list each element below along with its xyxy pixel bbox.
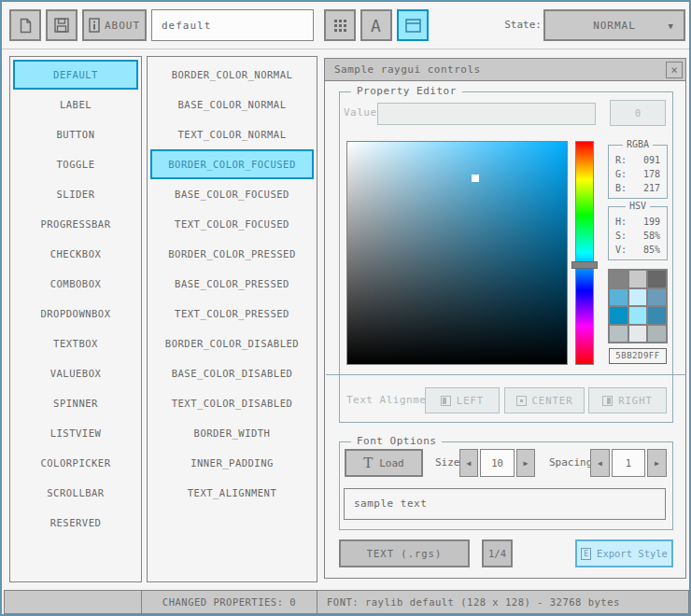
list-item-valuebox[interactable]: VALUEBOX (13, 358, 138, 388)
hue-bar[interactable] (575, 141, 594, 365)
size-value[interactable]: 10 (480, 449, 515, 477)
list-item-colorpicker[interactable]: COLORPICKER (13, 448, 138, 478)
palette-swatch-2-0[interactable] (610, 307, 628, 324)
palette-swatch-3-0[interactable] (610, 326, 628, 343)
align-left-icon (441, 396, 451, 406)
format-pager-button[interactable]: 1/4 (482, 539, 513, 567)
list-item-text_alignment[interactable]: TEXT_ALIGNMENT (150, 478, 314, 508)
value-input[interactable] (377, 103, 596, 125)
arrow-right-icon: ▶ (524, 459, 529, 468)
list-item-text_color_pressed[interactable]: TEXT_COLOR_PRESSED (150, 299, 314, 329)
list-item-text_color_disabled[interactable]: TEXT_COLOR_DISABLED (150, 388, 314, 418)
list-item-combobox[interactable]: COMBOBOX (13, 269, 138, 299)
list-item-listview[interactable]: LISTVIEW (13, 418, 138, 448)
new-style-button[interactable] (9, 9, 41, 41)
palette-swatch-0-1[interactable] (629, 271, 647, 287)
grid-view-toggle[interactable] (324, 9, 356, 41)
window-panel-icon (405, 19, 421, 33)
list-item-spinner[interactable]: SPINNER (13, 388, 138, 418)
color-saturation-value-panel[interactable] (346, 141, 568, 365)
align-right-button[interactable]: RIGHT (588, 387, 667, 413)
list-item-button[interactable]: BUTTON (13, 119, 138, 149)
about-button[interactable]: ABOUT (82, 9, 147, 41)
sample-text-input[interactable]: sample text (344, 488, 666, 520)
list-item-base_color_normal[interactable]: BASE_COLOR_NORMAL (150, 90, 314, 119)
rgba-b-row: B:217 (609, 181, 667, 195)
list-item-toggle[interactable]: TOGGLE (13, 149, 138, 179)
list-item-border_color_normal[interactable]: BORDER_COLOR_NORMAL (150, 60, 314, 90)
palette-swatch-2-1[interactable] (629, 307, 647, 324)
list-item-text_color_focused[interactable]: TEXT_COLOR_FOCUSED (150, 209, 314, 239)
font-options-group-label: Font Options (351, 435, 442, 447)
palette-swatch-1-0[interactable] (610, 289, 628, 306)
palette-swatch-3-1[interactable] (629, 326, 647, 343)
list-item-text_color_normal[interactable]: TEXT_COLOR_NORMAL (150, 119, 314, 149)
spacing-increase-button[interactable]: ▶ (647, 449, 667, 477)
r-value: 091 (643, 153, 660, 167)
align-left-button[interactable]: LEFT (425, 387, 500, 413)
save-style-button[interactable] (46, 9, 78, 41)
list-item-border_width[interactable]: BORDER_WIDTH (150, 418, 314, 448)
palette-swatch-1-2[interactable] (648, 289, 666, 306)
hue-slider-handle[interactable] (571, 261, 598, 269)
rgba-g-row: G:178 (609, 167, 667, 181)
rguistyler-window: ABOUT A State: NORMAL ▼ DEFAULTLABELBUTT… (0, 0, 691, 616)
list-item-progressbar[interactable]: PROGRESSBAR (13, 209, 138, 239)
size-decrease-button[interactable]: ◀ (459, 449, 478, 477)
list-item-base_color_disabled[interactable]: BASE_COLOR_DISABLED (150, 358, 314, 388)
controls-view-toggle[interactable] (397, 9, 429, 41)
chevron-down-icon: ▼ (669, 21, 674, 31)
list-item-border_color_pressed[interactable]: BORDER_COLOR_PRESSED (150, 239, 314, 269)
value-apply-button[interactable]: 0 (610, 100, 666, 126)
palette-swatch-3-2[interactable] (648, 326, 666, 343)
list-item-reserved[interactable]: RESERVED (13, 508, 138, 538)
color-selector-marker[interactable] (472, 175, 479, 182)
properties-list: BORDER_COLOR_NORMALBASE_COLOR_NORMALTEXT… (147, 56, 317, 582)
font-view-toggle[interactable]: A (360, 9, 392, 41)
hsv-h-row: H:199 (609, 215, 667, 229)
save-icon (54, 18, 69, 33)
list-item-base_color_focused[interactable]: BASE_COLOR_FOCUSED (150, 179, 314, 209)
status-cell-empty (4, 590, 142, 614)
list-item-scrollbar[interactable]: SCROLLBAR (13, 478, 138, 508)
controls-list: DEFAULTLABELBUTTONTOGGLESLIDERPROGRESSBA… (9, 56, 142, 582)
style-name-input[interactable] (151, 9, 314, 41)
list-item-default[interactable]: DEFAULT (13, 60, 138, 90)
grid-icon (334, 20, 346, 32)
g-value: 178 (643, 167, 660, 181)
state-dropdown-value: NORMAL (593, 20, 636, 32)
font-load-button[interactable]: T Load (345, 449, 423, 477)
close-button[interactable]: × (666, 62, 683, 78)
align-center-button[interactable]: CENTER (504, 387, 585, 413)
palette-swatch-2-2[interactable] (648, 307, 666, 324)
export-style-button[interactable]: E Export Style (575, 539, 673, 567)
spacing-value[interactable]: 1 (612, 449, 645, 477)
h-value: 199 (643, 215, 660, 229)
palette-swatch-0-0[interactable] (610, 271, 628, 287)
spacing-decrease-button[interactable]: ◀ (590, 449, 610, 477)
list-item-border_color_disabled[interactable]: BORDER_COLOR_DISABLED (150, 329, 314, 358)
font-a-icon: A (371, 16, 382, 35)
list-item-base_color_pressed[interactable]: BASE_COLOR_PRESSED (150, 269, 314, 299)
list-item-label[interactable]: LABEL (13, 90, 138, 119)
about-button-label: ABOUT (105, 20, 140, 32)
export-format-button[interactable]: TEXT (.rgs) (339, 539, 470, 567)
export-file-icon: E (581, 548, 591, 560)
list-item-dropdownbox[interactable]: DROPDOWNBOX (13, 299, 138, 329)
status-font-info: FONT: raylib default (128 x 128) - 32768… (317, 590, 689, 614)
palette-swatch-0-2[interactable] (648, 271, 666, 287)
style-color-palette (608, 269, 668, 343)
palette-swatch-1-1[interactable] (629, 289, 647, 306)
state-dropdown[interactable]: NORMAL ▼ (543, 9, 685, 41)
sample-text-value: sample text (354, 489, 427, 519)
list-item-inner_padding[interactable]: INNER_PADDING (150, 448, 314, 478)
toolbar-separator (2, 49, 689, 49)
hsv-s-row: S:58% (609, 229, 667, 243)
list-item-checkbox[interactable]: CHECKBOX (13, 239, 138, 269)
size-increase-button[interactable]: ▶ (516, 449, 535, 477)
list-item-border_color_focused[interactable]: BORDER_COLOR_FOCUSED (150, 149, 314, 179)
list-item-textbox[interactable]: TEXTBOX (13, 329, 138, 358)
hex-color-value: 5BB2D9FF (609, 348, 667, 364)
sample-window-titlebar: Sample raygui controls × (325, 59, 685, 81)
list-item-slider[interactable]: SLIDER (13, 179, 138, 209)
